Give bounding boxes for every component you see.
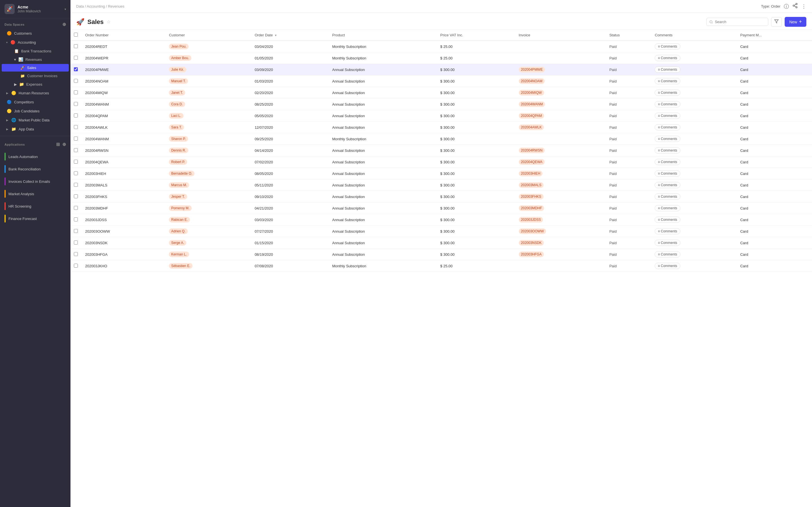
- invoice-chip[interactable]: 202003HFGA: [519, 251, 544, 257]
- invoice-chip[interactable]: 202004RWSN: [519, 148, 545, 153]
- row-checkbox-cell[interactable]: [70, 226, 82, 237]
- app-finance-forecast[interactable]: Finance Forecast: [0, 212, 70, 225]
- comments-button[interactable]: ≡ Comments: [655, 217, 680, 223]
- row-checkbox-cell[interactable]: [70, 41, 82, 52]
- row-checkbox[interactable]: [74, 67, 78, 71]
- row-checkbox-cell[interactable]: [70, 156, 82, 168]
- comments-button[interactable]: ≡ Comments: [655, 43, 680, 50]
- row-checkbox[interactable]: [74, 79, 78, 83]
- row-checkbox[interactable]: [74, 183, 78, 187]
- sidebar-item-revenues[interactable]: ▾ 📊 Revenues: [2, 55, 69, 63]
- row-checkbox-cell[interactable]: [70, 110, 82, 122]
- row-checkbox[interactable]: [74, 229, 78, 233]
- comments-button[interactable]: ≡ Comments: [655, 170, 680, 177]
- comments-button[interactable]: ≡ Comments: [655, 90, 680, 96]
- sidebar-item-expenses[interactable]: ▶ 📁 Expenses: [2, 80, 69, 88]
- row-checkbox[interactable]: [74, 125, 78, 129]
- row-checkbox-cell[interactable]: [70, 87, 82, 99]
- comments-button[interactable]: ≡ Comments: [655, 124, 680, 130]
- filter-button[interactable]: [771, 17, 782, 27]
- more-icon[interactable]: ⋮: [801, 3, 806, 10]
- app-market-analysis[interactable]: Market Analysis: [0, 187, 70, 200]
- invoice-chip[interactable]: 202003HIEH: [519, 171, 543, 176]
- invoice-chip[interactable]: 202004QPAM: [519, 113, 545, 119]
- row-checkbox-cell[interactable]: [70, 191, 82, 203]
- invoice-chip[interactable]: 202004WANM: [519, 101, 545, 107]
- invoice-chip[interactable]: 202003JDSS: [519, 217, 543, 223]
- invoice-chip[interactable]: 202003NSDK: [519, 240, 544, 245]
- sidebar-item-competitors[interactable]: 🔵 Competitors: [2, 98, 69, 106]
- info-icon[interactable]: ⓘ: [784, 3, 789, 10]
- select-all-checkbox[interactable]: [74, 33, 78, 37]
- row-checkbox[interactable]: [74, 102, 78, 106]
- invoice-chip[interactable]: 202004QEWA: [519, 159, 545, 165]
- row-checkbox-cell[interactable]: [70, 133, 82, 145]
- comments-button[interactable]: ≡ Comments: [655, 205, 680, 211]
- row-checkbox-cell[interactable]: [70, 260, 82, 272]
- invoice-chip[interactable]: 202004NOAM: [519, 78, 545, 84]
- new-button[interactable]: New +: [784, 17, 806, 27]
- invoice-chip[interactable]: 202004PMWE: [519, 67, 545, 72]
- row-checkbox-cell[interactable]: [70, 214, 82, 226]
- share-icon[interactable]: [792, 3, 798, 10]
- comments-button[interactable]: ≡ Comments: [655, 240, 680, 246]
- row-checkbox[interactable]: [74, 264, 78, 268]
- invoice-chip[interactable]: 202004AWLK: [519, 124, 544, 130]
- row-checkbox[interactable]: [74, 136, 78, 140]
- sidebar-item-market-public-data[interactable]: ▶ 🌐 Market Public Data: [2, 116, 69, 124]
- sidebar-item-customers[interactable]: 🟠 Customers: [2, 29, 69, 38]
- app-leads-automation[interactable]: Leads Automation: [0, 151, 70, 163]
- row-checkbox[interactable]: [74, 194, 78, 198]
- invoice-chip[interactable]: 202003FHKS: [519, 194, 544, 200]
- add-data-space-icon[interactable]: ⊕: [62, 22, 66, 27]
- row-checkbox-cell[interactable]: [70, 64, 82, 75]
- comments-button[interactable]: ≡ Comments: [655, 113, 680, 119]
- comments-button[interactable]: ≡ Comments: [655, 193, 680, 200]
- invoice-chip[interactable]: 202004MIQW: [519, 90, 544, 96]
- row-checkbox-cell[interactable]: [70, 52, 82, 64]
- row-checkbox[interactable]: [74, 171, 78, 175]
- row-checkbox[interactable]: [74, 44, 78, 48]
- row-checkbox[interactable]: [74, 160, 78, 164]
- sidebar-item-human-resources[interactable]: ▶ 🟡 Human Resources: [2, 89, 69, 97]
- row-checkbox[interactable]: [74, 252, 78, 256]
- app-bank-reconciliation[interactable]: Bank Reconciliation: [0, 163, 70, 175]
- row-checkbox[interactable]: [74, 56, 78, 60]
- favorite-icon[interactable]: ☆: [107, 19, 110, 24]
- row-checkbox-cell[interactable]: [70, 145, 82, 156]
- col-order-date[interactable]: Order Date ▼: [251, 30, 329, 41]
- row-checkbox[interactable]: [74, 240, 78, 244]
- sidebar-item-accounting[interactable]: ▾ 🔴 Accounting: [2, 38, 69, 47]
- invoice-chip[interactable]: 202003MALS: [519, 182, 544, 188]
- sidebar-item-sales[interactable]: 🚀 Sales: [2, 64, 69, 71]
- row-checkbox-cell[interactable]: [70, 249, 82, 260]
- comments-button[interactable]: ≡ Comments: [655, 101, 680, 107]
- apps-grid-icon[interactable]: ⊞: [56, 142, 60, 147]
- row-checkbox[interactable]: [74, 148, 78, 152]
- comments-button[interactable]: ≡ Comments: [655, 251, 680, 258]
- invoice-chip[interactable]: 202003OOWW: [519, 228, 546, 234]
- row-checkbox[interactable]: [74, 217, 78, 221]
- search-input[interactable]: [715, 20, 765, 24]
- comments-button[interactable]: ≡ Comments: [655, 66, 680, 73]
- comments-button[interactable]: ≡ Comments: [655, 182, 680, 188]
- comments-button[interactable]: ≡ Comments: [655, 159, 680, 165]
- row-checkbox[interactable]: [74, 114, 78, 117]
- comments-button[interactable]: ≡ Comments: [655, 78, 680, 84]
- row-checkbox[interactable]: [74, 206, 78, 210]
- add-app-icon[interactable]: ⊕: [62, 142, 66, 147]
- app-invoices-collect[interactable]: Invoices Collect in Emails: [0, 175, 70, 187]
- comments-button[interactable]: ≡ Comments: [655, 55, 680, 61]
- app-hr-screening[interactable]: HR Screening: [0, 200, 70, 212]
- row-checkbox-cell[interactable]: [70, 179, 82, 191]
- row-checkbox-cell[interactable]: [70, 75, 82, 87]
- comments-button[interactable]: ≡ Comments: [655, 136, 680, 142]
- row-checkbox-cell[interactable]: [70, 99, 82, 110]
- sidebar-item-job-candidates[interactable]: 🟡 Job Candidates: [2, 107, 69, 115]
- comments-button[interactable]: ≡ Comments: [655, 147, 680, 154]
- comments-button[interactable]: ≡ Comments: [655, 263, 680, 269]
- sidebar-header[interactable]: 🚀 Acme John Malkovich ▾: [0, 0, 70, 18]
- sidebar-item-bank-transactions[interactable]: 📋 Bank Transactions: [2, 47, 69, 55]
- sidebar-item-app-data[interactable]: ▶ 📁 App Data: [2, 125, 69, 133]
- row-checkbox-cell[interactable]: [70, 168, 82, 179]
